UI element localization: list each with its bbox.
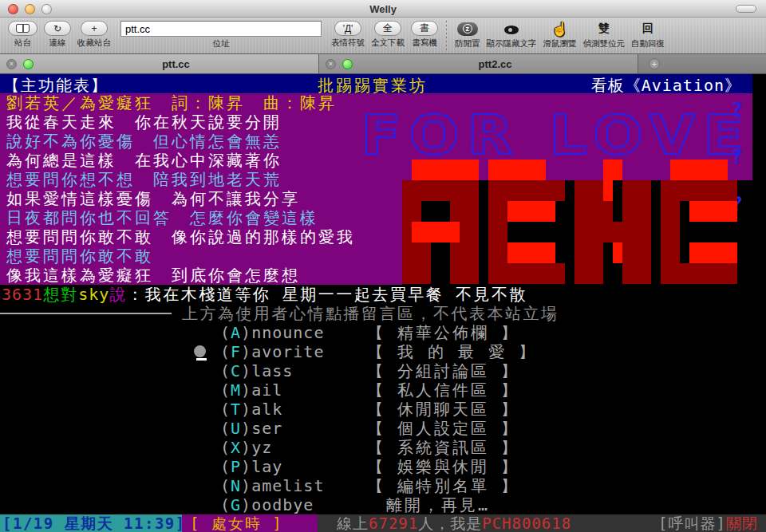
notice-row: 上方為使用者心情點播留言區，不代表本站立場 [0,304,766,323]
message-target-user: sky [78,285,109,304]
auto-reply-icon: 回 [642,21,653,37]
add-tab-icon: + [649,58,660,69]
toolbar: 站台 ↻ 連線 + 收藏站台 位址 'Д' 表情符號 全 全文下載 書 書寫機 … [0,18,766,54]
anti-idle-icon: z [457,22,478,36]
toolbar-toggle-button[interactable] [736,5,756,13]
status-zodiac-hour: [ 處女時 ] [182,514,318,532]
double-byte-icon: 雙 [598,21,610,37]
bbs-board-name: 看板《Aviation》 [591,75,741,97]
tab-close-icon[interactable]: × [326,59,336,69]
sites-button[interactable]: 站台 [8,21,38,49]
detect-double-byte-button[interactable]: 雙 偵測雙位元 [583,21,626,49]
menu-item-favorite[interactable]: (F)avorite 【 我 的 最 愛 】 [0,342,766,361]
tab-title: ptt.cc [40,58,312,70]
notice-text: 上方為使用者心情點播留言區，不代表本站立場 [182,304,559,323]
menu-item-talk[interactable]: (T)alk 【 休閒聊天區 】 [0,400,766,419]
sites-label: 站台 [14,37,31,49]
book-icon [16,24,30,33]
lyric-line: 像我這樣為愛癡狂 到底你會怎麼想 [0,266,415,285]
lyric-line: 說好不為你憂傷 但心情怎會無恙 [0,132,415,151]
address-input[interactable] [120,21,322,37]
lyric-line: 如果愛情這樣憂傷 為何不讓我分享 [0,189,415,208]
toolbar-separator [446,21,447,51]
connected-status-icon [342,59,353,69]
menu-item-goodbye[interactable]: (G)oodbye 離開，再見… [0,495,766,514]
bbs-header-bar: 【主功能表】 批踢踢實業坊 看板《Aviation》 [0,74,752,93]
lyric-line: 劉若英／為愛癡狂 詞：陳昇 曲：陳昇 [0,93,415,112]
menu-item-announce[interactable]: (A)nnounce 【 精華公佈欄 】 [0,323,766,342]
connect-label: 連線 [49,37,66,49]
composer-button[interactable]: 書 書寫機 [411,21,438,49]
lyric-line: 為何總是這樣 在我心中深藏著你 [0,151,415,170]
broadcast-message: 3631想對sky說：我在木棧道等你 星期一一起去買早餐 不見不散 [0,285,527,304]
address-group: 位址 [120,21,322,49]
refresh-icon: ↻ [44,21,71,36]
menu-item-mail[interactable]: (M)ail 【 私人信件區 】 [0,380,766,400]
pager-state: 關閉 [726,514,758,532]
lyric-line: 想要問你想不想 陪我到地老天荒 [0,170,415,189]
current-username: PCH800618 [482,514,571,532]
tab-ptt[interactable]: × ptt.cc [0,54,319,73]
download-icon: 全 [374,21,401,36]
add-tab-button[interactable]: + [638,54,670,73]
lyric-line: 日夜都問你也不回答 怎麼你會變這樣 [0,208,415,227]
bbs-terminal: 【主功能表】 批踢踢實業坊 看板《Aviation》 FOR LOVE ??? … [0,74,766,532]
selection-cursor-icon [194,345,206,357]
menu-item-user[interactable]: (U)ser 【 個人設定區 】 [0,419,766,438]
welly-window: Welly 站台 ↻ 連線 + 收藏站台 位址 'Д' 表情符號 全 全文下載 [0,0,766,532]
address-label: 位址 [213,38,230,49]
connected-status-icon [23,59,34,69]
status-datetime: [1/19 星期天 11:39] [0,514,182,532]
main-menu: (A)nnounce 【 精華公佈欄 】 (F)avorite 【 我 的 最 … [0,323,766,514]
status-right: 線上67291人，我是PCH800618 [呼叫器]關閉 [318,514,766,532]
download-button[interactable]: 全 全文下載 [371,21,405,49]
lyric-line: 想要問問你敢不敢 [0,246,415,266]
separator-line [0,313,172,314]
tab-title: ptt2.cc [359,58,631,70]
add-site-label: 收藏站台 [77,37,111,49]
connect-button[interactable]: ↻ 連線 [44,21,71,49]
rene-ascii-art [402,160,747,284]
text-cursor [196,358,207,361]
add-site-button[interactable]: + 收藏站台 [77,21,111,49]
menu-item-namelist[interactable]: (N)amelist 【 編特別名單 】 [0,476,766,495]
lyric-line: 我從春天走來 你在秋天說要分開 [0,112,415,132]
message-number: 3631 [2,285,43,304]
composer-icon: 書 [411,21,438,36]
plus-icon: + [81,21,108,36]
menu-item-play[interactable]: (P)lay 【 娛樂與休閒 】 [0,457,766,476]
hand-cursor-icon: ☝ [551,21,568,37]
menu-item-xyz[interactable]: (X)yz 【 系統資訊區 】 [0,438,766,457]
tab-bar: × ptt.cc × ptt2.cc + [0,54,766,74]
auto-reply-button[interactable]: 回 自動回復 [631,21,665,49]
emoticon-button[interactable]: 'Д' 表情符號 [331,21,365,49]
tab-ptt2[interactable]: × ptt2.cc [319,54,638,73]
status-bar: [1/19 星期天 11:39] [ 處女時 ] 線上67291人，我是PCH8… [0,514,766,532]
mouse-browse-button[interactable]: ☝ 滑鼠瀏覽 [543,21,577,49]
title-bar: Welly [0,0,766,18]
lyrics-block: 劉若英／為愛癡狂 詞：陳昇 曲：陳昇 我從春天走來 你在秋天說要分開 說好不為你… [0,93,415,285]
anti-idle-button[interactable]: z 防閒置 [455,21,480,49]
lyric-line: 想要問問你敢不敢 像你說過的那樣的愛我 [0,227,415,246]
emoticon-icon: 'Д' [334,21,361,36]
online-count: 67291 [369,514,418,532]
menu-item-class[interactable]: (C)lass 【 分組討論區 】 [0,361,766,380]
window-title: Welly [0,3,766,15]
pager-label: [呼叫器] [658,514,726,532]
tab-close-icon[interactable]: × [6,59,17,69]
eye-icon [504,26,519,34]
message-text: 我在木棧道等你 星期一一起去買早餐 不見不散 [145,285,527,304]
reveal-hidden-button[interactable]: 顯示隱藏文字 [487,21,537,49]
